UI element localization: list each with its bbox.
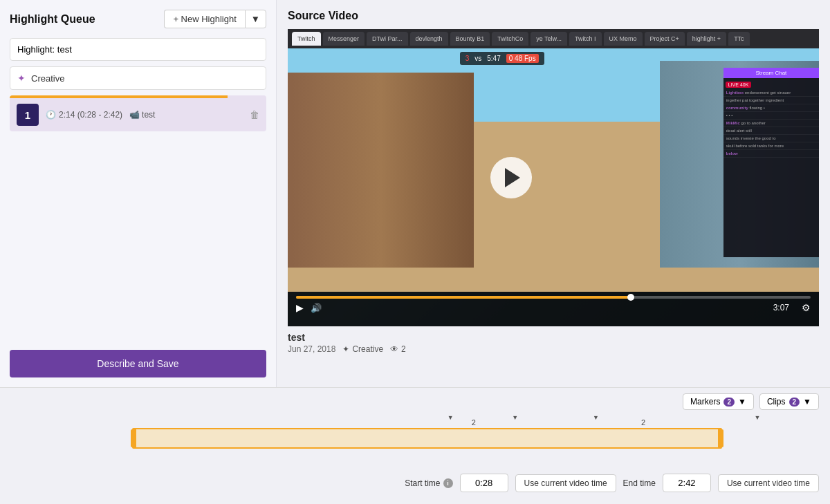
markers-count-badge: 2 — [723, 398, 735, 407]
marker-arrow-2: ▼ — [512, 414, 518, 421]
video-icon: 📹 — [129, 110, 140, 120]
right-panel: Source Video Twitch Messenger DTwi Par..… — [277, 0, 830, 387]
video-progress-bar[interactable] — [296, 296, 811, 299]
browser-tab-1[interactable]: DTwi Par... — [367, 32, 408, 46]
score-red: 3 — [465, 55, 470, 62]
clip-handle-left[interactable] — [131, 429, 136, 447]
clip-timeline-bar[interactable] — [132, 428, 722, 449]
clip-number: 1 — [17, 104, 39, 126]
browser-tab-8[interactable]: Project C+ — [645, 32, 685, 46]
browser-bar: Twitch Messenger DTwi Par... devlength B… — [288, 29, 819, 48]
highlight-name-input[interactable] — [10, 38, 266, 61]
settings-button[interactable]: ⚙ — [802, 302, 811, 313]
panel-header: Highlight Queue + New Highlight ▼ — [10, 10, 266, 28]
browser-tab-messenger[interactable]: Messenger — [323, 32, 365, 46]
game-background: 3 vs 5:47 0 48 Fps Stream Chat LIVE 40K — [288, 48, 819, 292]
video-meta: test Jun 27, 2018 ✦ Creative 👁 2 — [288, 332, 819, 354]
video-container: Twitch Messenger DTwi Par... devlength B… — [288, 29, 819, 326]
browser-tab-6[interactable]: Twitch I — [569, 32, 602, 46]
video-details: Jun 27, 2018 ✦ Creative 👁 2 — [288, 344, 819, 354]
clip-tag: 📹 test — [129, 110, 155, 120]
play-button[interactable] — [490, 157, 532, 198]
left-panel: Highlight Queue + New Highlight ▼ ✦ Crea… — [0, 0, 277, 387]
markers-button[interactable]: Markers 2 ▼ — [683, 393, 754, 410]
empty-queue-area — [10, 134, 266, 344]
time-controls: Start time i Use current video time End … — [11, 474, 819, 492]
eye-icon: 👁 — [390, 344, 398, 354]
chat-line-6: dead alert still — [723, 127, 819, 135]
video-name: test — [288, 332, 819, 343]
viewer-count: LIVE 40K — [726, 82, 752, 88]
progress-dot — [627, 294, 634, 301]
use-current-time-start-button[interactable]: Use current video time — [515, 474, 616, 492]
start-time-info-icon: i — [443, 478, 453, 488]
video-views-badge: 👁 2 — [390, 344, 406, 354]
timeline-track: 2 2 ▼ ▼ ▼ ▼ — [11, 413, 819, 468]
browser-tab-9[interactable]: highlight + — [687, 32, 726, 46]
clips-label: Clips — [767, 397, 786, 407]
bottom-timeline-section: Markers 2 ▼ Clips 2 ▼ 2 2 ▼ ▼ ▼ ▼ — [0, 387, 830, 498]
end-time-input[interactable] — [663, 474, 711, 492]
timer: 5:47 — [487, 55, 500, 62]
marker-arrow-1: ▼ — [448, 414, 454, 421]
new-highlight-dropdown[interactable]: ▼ — [245, 10, 266, 28]
start-time-input[interactable] — [460, 474, 508, 492]
highlight-queue-title: Highlight Queue — [10, 13, 95, 26]
browser-tab-4[interactable]: TwitchCo — [492, 32, 528, 46]
browser-tab-2[interactable]: devlength — [410, 32, 448, 46]
video-date: Jun 27, 2018 — [288, 344, 335, 354]
chat-line-7: sounds investe the good to — [723, 135, 819, 142]
building-left — [288, 73, 474, 268]
clip-item: 1 🕐 2:14 (0:28 - 2:42) 📹 test 🗑 — [10, 95, 266, 131]
marker-arrow-4: ▼ — [755, 414, 761, 421]
timeline-ruler: 2 2 ▼ ▼ ▼ ▼ — [11, 413, 819, 427]
hud-overlay: 3 vs 5:47 0 48 Fps — [291, 52, 712, 65]
chat-line-4: • • • — [723, 112, 819, 120]
browser-tab-5[interactable]: ye Telw... — [531, 32, 567, 46]
category-label: Creative — [31, 73, 64, 84]
clips-count-badge: 2 — [789, 398, 800, 407]
clips-button[interactable]: Clips 2 ▼ — [759, 393, 819, 410]
category-icon: ✦ — [17, 73, 26, 84]
stream-chat-sidebar: Stream Chat LIVE 40K Lightbox endorsemen… — [723, 68, 819, 257]
use-current-time-end-button[interactable]: Use current video time — [718, 474, 819, 492]
timeline-controls-row: Markers 2 ▼ Clips 2 ▼ — [11, 393, 819, 410]
volume-button[interactable]: 🔊 — [311, 303, 322, 313]
marker-arrow-3: ▼ — [593, 414, 599, 421]
clip-duration: 🕐 2:14 (0:28 - 2:42) — [46, 110, 122, 120]
chat-line-3: community flowing • — [723, 104, 819, 112]
chat-line-5: MikMic go to another — [723, 120, 819, 127]
video-controls: ▶ 🔊 3:07 ⚙ — [288, 292, 819, 326]
new-highlight-button[interactable]: + New Highlight — [164, 10, 244, 28]
play-icon — [505, 168, 520, 187]
chat-line-9: below — [723, 150, 819, 158]
browser-tab-7[interactable]: UX Memo — [604, 32, 643, 46]
markers-label: Markers — [690, 397, 720, 407]
browser-tab-10[interactable]: TTc — [728, 32, 750, 46]
browser-tab-3[interactable]: Bounty B1 — [450, 32, 490, 46]
source-video-title: Source Video — [288, 10, 819, 22]
clip-handle-right[interactable] — [718, 429, 723, 447]
category-row[interactable]: ✦ Creative — [10, 66, 266, 90]
hud-score: 3 vs 5:47 0 48 Fps — [460, 52, 544, 65]
category-icon-badge: ✦ — [342, 344, 349, 354]
progress-fill — [296, 296, 631, 299]
time-display: 3:07 — [773, 303, 789, 312]
browser-tab-twitch[interactable]: Twitch — [292, 32, 321, 46]
clock-icon: 🕐 — [46, 110, 56, 120]
video-category-badge: ✦ Creative — [342, 344, 383, 354]
new-highlight-group: + New Highlight ▼ — [164, 10, 266, 28]
video-thumbnail: Twitch Messenger DTwi Par... devlength B… — [288, 29, 819, 326]
clip-info-row: 1 🕐 2:14 (0:28 - 2:42) 📹 test 🗑 — [10, 98, 266, 131]
timeline-bar-area[interactable] — [11, 425, 819, 451]
delete-clip-icon[interactable]: 🗑 — [250, 109, 259, 120]
controls-row: ▶ 🔊 3:07 ⚙ — [296, 302, 811, 313]
start-time-label: Start time i — [405, 478, 452, 488]
play-pause-button[interactable]: ▶ — [296, 302, 304, 313]
fps: 0 48 Fps — [506, 54, 539, 63]
chat-line-1: Lightbox endorsement get sinauer — [723, 89, 819, 97]
clips-chevron: ▼ — [803, 397, 811, 407]
describe-save-button[interactable]: Describe and Save — [10, 350, 266, 377]
chat-line-8: skull before sold tanks for more — [723, 142, 819, 150]
end-time-label: End time — [623, 478, 656, 488]
